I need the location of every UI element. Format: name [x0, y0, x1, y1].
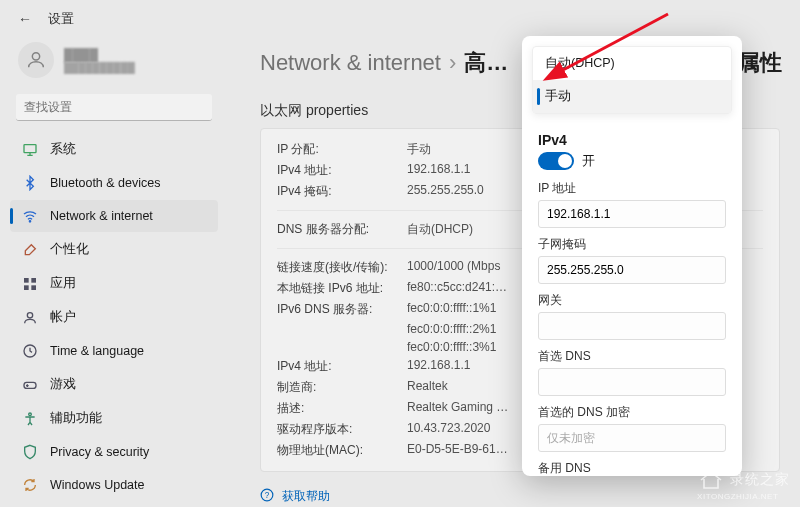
- sidebar-item-access[interactable]: 辅助功能: [10, 402, 218, 435]
- help-link-label: 获取帮助: [282, 488, 330, 505]
- clock-icon: [22, 343, 38, 359]
- preferred-dns-label: 首选 DNS: [538, 348, 726, 365]
- sidebar-item-label: Privacy & security: [50, 445, 149, 459]
- property-key: IP 分配:: [277, 141, 407, 158]
- dropdown-option-manual[interactable]: 手动: [533, 80, 731, 113]
- property-value: fec0:0:0:ffff::3%1: [407, 340, 496, 354]
- property-key: IPv4 地址:: [277, 358, 407, 375]
- sidebar-item-shield[interactable]: Privacy & security: [10, 436, 218, 468]
- user-email: ██████████: [64, 62, 135, 73]
- monitor-icon: [22, 142, 38, 158]
- user-name: ████: [64, 48, 135, 62]
- svg-point-0: [32, 53, 39, 60]
- sidebar-item-label: 应用: [50, 275, 76, 292]
- apps-icon: [22, 276, 38, 292]
- sidebar-item-person[interactable]: 帐户: [10, 301, 218, 334]
- breadcrumb-category[interactable]: Network & internet: [260, 50, 441, 76]
- brush-icon: [22, 242, 38, 258]
- avatar: [18, 42, 54, 78]
- property-key: IPv4 掩码:: [277, 183, 407, 200]
- svg-point-2: [29, 221, 30, 222]
- property-key: [277, 322, 407, 336]
- chevron-right-icon: ›: [449, 50, 456, 76]
- property-value: 10.43.723.2020: [407, 421, 490, 438]
- help-icon: ?: [260, 488, 274, 505]
- user-account-row[interactable]: ████ ██████████: [10, 36, 218, 90]
- sidebar-item-label: 帐户: [50, 309, 76, 326]
- sidebar-item-label: 游戏: [50, 376, 76, 393]
- sidebar-item-monitor[interactable]: 系统: [10, 133, 218, 166]
- update-icon: [22, 477, 38, 493]
- sidebar-item-label: 辅助功能: [50, 410, 102, 427]
- svg-rect-3: [24, 278, 29, 283]
- svg-rect-5: [24, 285, 29, 290]
- gamepad-icon: [22, 377, 38, 393]
- breadcrumb-page: 高…: [464, 48, 508, 78]
- gateway-input[interactable]: [538, 312, 726, 340]
- sidebar: ████ ██████████ 系统Bluetooth & devicesNet…: [0, 36, 228, 501]
- window-title: 设置: [48, 10, 74, 28]
- ipv4-toggle[interactable]: [538, 152, 574, 170]
- wifi-icon: [22, 208, 38, 224]
- property-key: 本地链接 IPv6 地址:: [277, 280, 407, 297]
- dns-encryption-label: 首选的 DNS 加密: [538, 404, 726, 421]
- sidebar-item-gamepad[interactable]: 游戏: [10, 368, 218, 401]
- sidebar-item-bluetooth[interactable]: Bluetooth & devices: [10, 167, 218, 199]
- ip-address-label: IP 地址: [538, 180, 726, 197]
- svg-rect-6: [31, 285, 36, 290]
- svg-point-7: [27, 312, 32, 317]
- property-key: IPv4 地址:: [277, 162, 407, 179]
- sidebar-item-brush[interactable]: 个性化: [10, 233, 218, 266]
- sidebar-item-label: Windows Update: [50, 478, 145, 492]
- sidebar-item-wifi[interactable]: Network & internet: [10, 200, 218, 232]
- svg-point-10: [29, 413, 32, 416]
- property-value: 192.168.1.1: [407, 162, 470, 179]
- property-value: 自动(DHCP): [407, 221, 473, 238]
- property-value: Realtek Gaming …: [407, 400, 508, 417]
- get-help-link[interactable]: ? 获取帮助: [260, 488, 780, 505]
- sidebar-item-label: 个性化: [50, 241, 89, 258]
- ipv4-toggle-label: 开: [582, 153, 595, 170]
- preferred-dns-input[interactable]: [538, 368, 726, 396]
- property-value: fec0:0:0:ffff::2%1: [407, 322, 496, 336]
- sidebar-item-update[interactable]: Windows Update: [10, 469, 218, 501]
- alternate-dns-label: 备用 DNS: [538, 460, 726, 476]
- ip-settings-dialog: 自动(DHCP) 手动 IPv4 开 IP 地址 子网掩码 网关 首选 DNS …: [522, 36, 742, 476]
- subnet-mask-input[interactable]: [538, 256, 726, 284]
- ip-assignment-dropdown: 自动(DHCP) 手动: [532, 46, 732, 114]
- sidebar-item-clock[interactable]: Time & language: [10, 335, 218, 367]
- search-box: [16, 94, 212, 121]
- access-icon: [22, 411, 38, 427]
- ip-address-input[interactable]: [538, 200, 726, 228]
- sidebar-item-label: 系统: [50, 141, 76, 158]
- sidebar-item-label: Time & language: [50, 344, 144, 358]
- property-value: 192.168.1.1: [407, 358, 470, 375]
- property-value: fe80::c5cc:d241:…: [407, 280, 507, 297]
- bluetooth-icon: [22, 175, 38, 191]
- property-key: 链接速度(接收/传输):: [277, 259, 407, 276]
- property-value: 1000/1000 (Mbps: [407, 259, 500, 276]
- property-value: E0-D5-5E-B9-61…: [407, 442, 508, 459]
- property-key: 驱动程序版本:: [277, 421, 407, 438]
- dropdown-option-auto[interactable]: 自动(DHCP): [533, 47, 731, 80]
- dns-encryption-input[interactable]: [538, 424, 726, 452]
- sidebar-item-label: Bluetooth & devices: [50, 176, 161, 190]
- svg-rect-4: [31, 278, 36, 283]
- property-value: fec0:0:0:ffff::1%1: [407, 301, 496, 318]
- search-input[interactable]: [16, 94, 212, 121]
- svg-rect-1: [24, 144, 36, 152]
- property-value: 255.255.255.0: [407, 183, 484, 200]
- property-key: IPv6 DNS 服务器:: [277, 301, 407, 318]
- property-key: DNS 服务器分配:: [277, 221, 407, 238]
- property-value: 手动: [407, 141, 431, 158]
- ipv4-section-title: IPv4: [538, 132, 726, 148]
- person-icon: [22, 310, 38, 326]
- svg-rect-9: [24, 382, 36, 388]
- sidebar-item-apps[interactable]: 应用: [10, 267, 218, 300]
- svg-text:?: ?: [265, 491, 270, 500]
- breadcrumb-suffix: 属性: [738, 48, 782, 78]
- back-icon[interactable]: ←: [18, 11, 32, 27]
- property-key: 描述:: [277, 400, 407, 417]
- gateway-label: 网关: [538, 292, 726, 309]
- property-key: 制造商:: [277, 379, 407, 396]
